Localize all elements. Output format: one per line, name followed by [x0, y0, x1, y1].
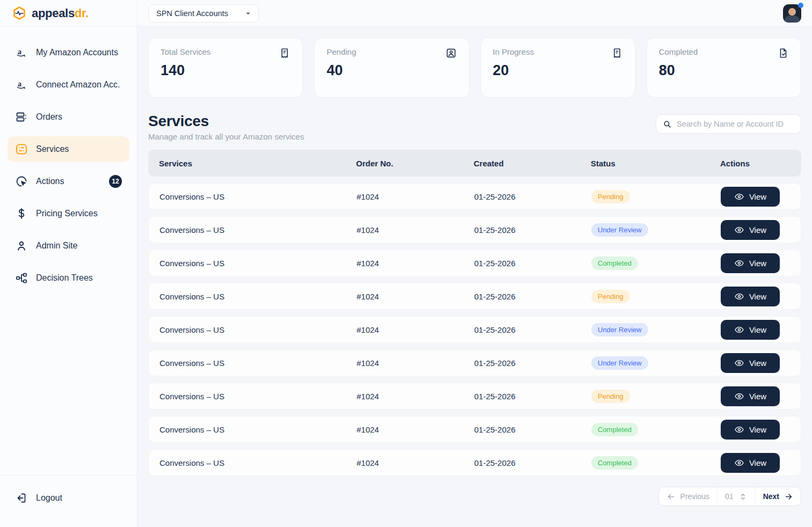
stat-card-top: Completed	[659, 47, 789, 59]
status-cell: Pending	[591, 390, 721, 403]
eye-icon	[734, 458, 744, 468]
service-name-cell: Conversions – US	[160, 425, 357, 434]
previous-page-button[interactable]: Previous	[659, 487, 717, 506]
view-button[interactable]: View	[721, 320, 780, 340]
actions-cell: View	[721, 220, 801, 240]
sidebar-item-actions[interactable]: Actions12	[8, 169, 129, 194]
status-cell: Under Review	[591, 323, 721, 336]
sidebar-item-orders[interactable]: Orders	[8, 104, 129, 130]
sidebar-item-connect-amazon-acc[interactable]: aConnect Amazon Acc.	[8, 72, 129, 98]
actions-cell: View	[721, 320, 801, 340]
view-button[interactable]: View	[721, 353, 780, 373]
stat-card-top: In Progress	[493, 47, 623, 59]
table-row: Conversions – US#102401-25-2026Under Rev…	[148, 349, 801, 376]
sidebar-item-label: Pricing Services	[36, 209, 98, 218]
brand-name: appealsdr.	[32, 6, 89, 20]
table-body: Conversions – US#102401-25-2026PendingVi…	[148, 177, 801, 476]
page-subtitle: Manage and track all your Amazon service…	[148, 132, 304, 141]
table-row: Conversions – US#102401-25-2026PendingVi…	[148, 383, 801, 409]
table-row: Conversions – US#102401-25-2026Completed…	[148, 416, 801, 443]
logout-label: Logout	[36, 493, 62, 503]
status-badge: Completed	[591, 423, 638, 436]
search-icon	[663, 120, 672, 129]
stat-card-total-services: Total Services140	[148, 38, 303, 98]
view-button-label: View	[749, 225, 766, 235]
service-name-cell: Conversions – US	[160, 325, 357, 334]
sidebar-item-decision-trees[interactable]: Decision Trees	[8, 265, 129, 291]
order-no-cell: #1024	[357, 458, 474, 467]
sidebar-item-label: Orders	[36, 112, 62, 122]
created-date-cell: 01-25-2026	[474, 458, 591, 467]
amazon-icon: a	[15, 78, 28, 91]
service-name-cell: Conversions – US	[160, 458, 357, 467]
status-badge: Under Review	[591, 323, 648, 336]
sidebar-item-pricing-services[interactable]: Pricing Services	[8, 201, 129, 226]
svg-text:a: a	[18, 48, 21, 56]
sidebar-item-label: Services	[36, 144, 69, 154]
sidebar-item-my-amazon-accounts[interactable]: aMy Amazon Accounts	[8, 40, 129, 65]
dollar-icon	[15, 207, 28, 220]
online-status-dot	[798, 3, 803, 8]
eye-icon	[734, 391, 744, 401]
status-badge: Pending	[591, 290, 630, 303]
page-number-stepper[interactable]: 01	[717, 487, 756, 506]
view-button[interactable]: View	[721, 386, 780, 406]
eye-icon	[734, 358, 744, 368]
sidebar-item-label: Decision Trees	[36, 273, 93, 283]
pagination: Previous 01 Next	[148, 487, 801, 506]
sidebar-nav: aMy Amazon AccountsaConnect Amazon Acc.O…	[0, 27, 137, 475]
view-button[interactable]: View	[721, 187, 780, 207]
view-button[interactable]: View	[721, 453, 780, 473]
stat-card-completed: Completed80	[647, 38, 801, 98]
logout-button[interactable]: Logout	[8, 485, 129, 511]
actions-cell: View	[721, 453, 801, 473]
eye-icon	[734, 192, 744, 202]
view-button[interactable]: View	[721, 287, 780, 306]
receipt-icon	[611, 47, 623, 59]
stat-value: 40	[327, 62, 456, 79]
view-button[interactable]: View	[721, 420, 780, 440]
order-no-cell: #1024	[357, 325, 474, 334]
stat-label: Total Services	[161, 47, 211, 56]
table-row: Conversions – US#102401-25-2026Completed…	[148, 250, 801, 276]
notification-count-badge: 12	[109, 175, 122, 188]
account-selector-label: SPN Client Accounts	[156, 9, 228, 18]
page-number: 01	[725, 492, 734, 501]
order-no-cell: #1024	[357, 425, 474, 434]
services-icon	[15, 143, 28, 156]
stat-card-pending: Pending40	[314, 38, 469, 98]
service-name-cell: Conversions – US	[160, 259, 357, 268]
user-avatar[interactable]	[783, 4, 801, 23]
table-row: Conversions – US#102401-25-2026Completed…	[148, 449, 801, 476]
search-input[interactable]	[677, 120, 794, 128]
column-header-services: Services	[159, 159, 356, 168]
page-title: Services	[148, 113, 304, 130]
user-box-icon	[445, 47, 457, 59]
actions-cell: View	[721, 187, 801, 207]
account-selector-dropdown[interactable]: SPN Client Accounts	[148, 4, 259, 23]
table-row: Conversions – US#102401-25-2026PendingVi…	[148, 283, 801, 310]
column-header-order-no: Order No.	[356, 159, 474, 168]
sidebar-footer: Logout	[0, 475, 137, 527]
receipt-icon	[279, 47, 291, 59]
status-badge: Pending	[591, 390, 630, 403]
view-button-label: View	[749, 392, 766, 401]
status-badge: Pending	[591, 190, 630, 203]
created-date-cell: 01-25-2026	[474, 259, 591, 268]
view-button-label: View	[749, 425, 766, 434]
sidebar-item-label: Actions	[36, 177, 64, 186]
search-box	[656, 114, 801, 134]
actions-cell: View	[721, 420, 801, 440]
sidebar-item-services[interactable]: Services	[8, 136, 129, 162]
eye-icon	[734, 325, 744, 335]
stat-value: 80	[659, 62, 789, 79]
view-button[interactable]: View	[721, 220, 780, 240]
sidebar-item-admin-site[interactable]: Admin Site	[8, 233, 129, 259]
column-header-created: Created	[474, 159, 591, 168]
created-date-cell: 01-25-2026	[474, 425, 591, 434]
pager-control: Previous 01 Next	[658, 487, 801, 506]
view-button[interactable]: View	[721, 253, 780, 273]
service-name-cell: Conversions – US	[160, 358, 357, 368]
next-page-button[interactable]: Next	[756, 487, 801, 506]
status-badge: Completed	[591, 257, 638, 270]
